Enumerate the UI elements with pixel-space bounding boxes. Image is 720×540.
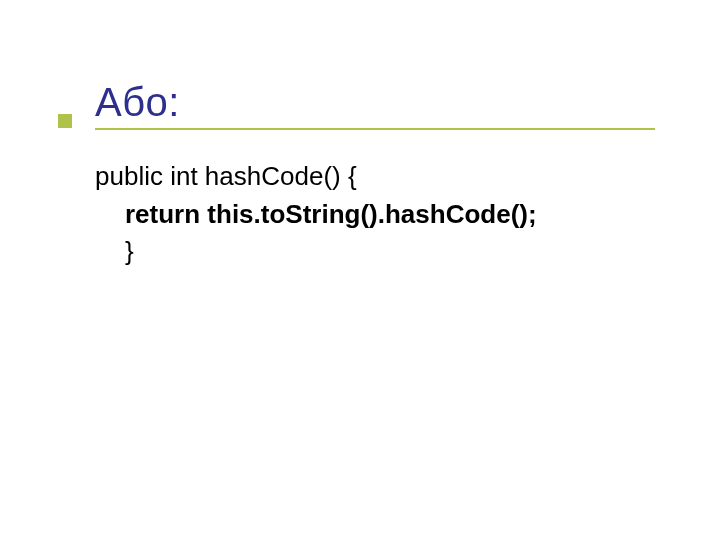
code-line-1: public int hashCode() { xyxy=(95,158,670,196)
slide-content: public int hashCode() { return this.toSt… xyxy=(95,158,670,271)
code-line-3: } xyxy=(95,233,670,271)
title-underline xyxy=(95,128,655,130)
title-section: Або: xyxy=(95,80,670,130)
slide-container: Або: public int hashCode() { return this… xyxy=(0,0,720,540)
slide-title: Або: xyxy=(95,80,670,125)
bullet-icon xyxy=(58,114,72,128)
code-line-2: return this.toString().hashCode(); xyxy=(95,196,670,234)
